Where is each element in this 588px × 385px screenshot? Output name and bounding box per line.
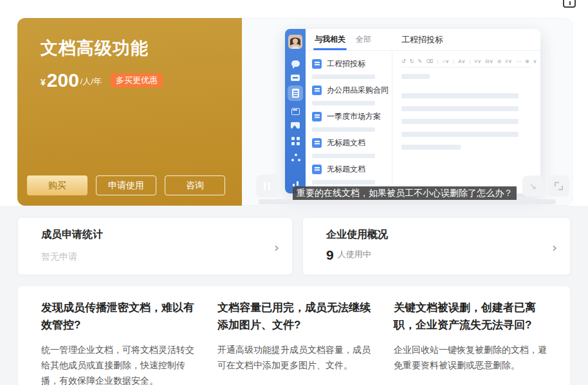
mini-player-icon[interactable]: ↘: [522, 175, 544, 197]
doc-placeholder-bar: [312, 180, 375, 184]
editor-toolbar: ↺↻✎⌫|○∨|A∨|≡∨⊟∨⊘≡∨⋯⊕∨: [401, 56, 531, 67]
user-avatar[interactable]: [288, 35, 302, 49]
app-main: 与我相关 全部 工程招投标 工程招投标办公用品采购合同一季度市场方案无标题文档无…: [306, 29, 540, 193]
editor-content-bar: [401, 93, 519, 98]
requests-card-title: 成员申请统计: [41, 228, 292, 242]
editor-content-bar: [401, 132, 519, 137]
doc-file-icon: [312, 165, 322, 174]
app-sidebar: [285, 29, 306, 193]
promo-title: 文档高级功能: [41, 37, 149, 60]
feature-leak-control: 发现成员传播泄密文档，难以有效管控? 统一管理企业文档，可将文档灵活转交给其他成…: [41, 299, 196, 385]
feature-recycle-bin: 关键文档被误删，创建者已离职，企业资产流失无法寻回? 企业回收站一键恢复被删除的…: [394, 299, 548, 385]
feature-title: 关键文档被误删，创建者已离职，企业资产流失无法寻回?: [394, 299, 548, 334]
divider: |: [437, 58, 438, 64]
doc-title: 无标题文档: [327, 138, 365, 148]
meeting-icon-glyph: [291, 122, 300, 129]
app-body: 工程招投标办公用品采购合同一季度市场方案无标题文档无标题文档 ↺↻✎⌫|○∨|A…: [306, 51, 540, 193]
docs-icon[interactable]: [285, 85, 306, 101]
usage-count-row: 9 人使用中: [326, 248, 570, 262]
doc-row: 无标题文档: [312, 164, 392, 175]
feature-body: 统一管理企业文档，可将文档灵活转交给其他成员或直接删除，快速控制传播，有效保障企…: [41, 342, 196, 385]
currency-symbol: ¥: [41, 77, 46, 90]
calendar-icon[interactable]: [285, 105, 306, 118]
editor-content-bar: [401, 119, 519, 124]
video-progress-bar[interactable]: [259, 199, 556, 204]
usage-count: 9: [326, 248, 334, 262]
member-requests-card[interactable]: 成员申请统计 暂无申请 ›: [17, 217, 293, 275]
docs-icon-selected-bg: [288, 85, 303, 101]
undo-icon[interactable]: ↺: [401, 58, 406, 64]
mail-icon[interactable]: [285, 71, 306, 84]
usage-overview-card[interactable]: 企业使用概况 9 人使用中 ›: [302, 217, 571, 275]
eraser-icon[interactable]: ⌫: [426, 58, 433, 64]
float-window-icon[interactable]: [563, 0, 576, 8]
editor-content-bar: [401, 145, 461, 150]
doc-placeholder-bar: [312, 101, 375, 105]
doc-list-item[interactable]: 工程招投标: [312, 58, 392, 79]
feature-title: 文档容量已用完，成员无法继续添加图片、文件?: [217, 299, 372, 334]
consult-button[interactable]: 咨询: [165, 175, 225, 195]
price-value: 200: [47, 71, 79, 90]
redo-icon[interactable]: ↻: [410, 58, 414, 64]
chat-icon[interactable]: [285, 57, 306, 70]
divider: |: [453, 58, 454, 64]
text-style-icon[interactable]: A∨: [458, 58, 465, 64]
tab-all[interactable]: 全部: [356, 29, 371, 50]
doc-file-icon: [312, 138, 322, 148]
doc-placeholder-bar: [312, 75, 375, 79]
more-icon[interactable]: ⋯: [516, 58, 521, 64]
price-unit: /人/年: [80, 76, 102, 90]
chevron-right-icon[interactable]: ›: [274, 240, 279, 255]
meeting-icon[interactable]: [285, 119, 306, 132]
doc-file-icon: [312, 112, 322, 121]
contacts-icon[interactable]: [285, 150, 306, 163]
doc-title: 无标题文档: [327, 164, 365, 175]
video-player[interactable]: 与我相关 全部 工程招投标 工程招投标办公用品采购合同一季度市场方案无标题文档无…: [242, 18, 573, 206]
calendar-icon-glyph: [291, 108, 300, 115]
workbench-icon[interactable]: [285, 134, 306, 147]
apply-button[interactable]: 申请使用: [96, 175, 156, 195]
indent-icon[interactable]: ≡∨: [505, 58, 512, 64]
doc-row: 工程招投标: [312, 58, 392, 69]
doc-title: 工程招投标: [327, 58, 365, 69]
doc-placeholder-bar: [312, 127, 375, 132]
editor-content-bar: [401, 74, 430, 79]
promo-buttons: 购买 申请使用 咨询: [27, 175, 225, 195]
buy-button[interactable]: 购买: [27, 175, 87, 195]
doc-list-item[interactable]: 无标题文档: [312, 138, 392, 158]
collapse-icon[interactable]: ∨: [533, 58, 537, 64]
doc-list-item[interactable]: 无标题文档: [312, 164, 392, 184]
requests-empty-text: 暂无申请: [41, 251, 292, 263]
doc-title: 办公用品采购合同: [327, 85, 389, 96]
chevron-right-icon[interactable]: ›: [552, 240, 557, 255]
fullscreen-icon[interactable]: [548, 175, 569, 197]
page: 文档高级功能 ¥ 200 /人/年 多买更优惠 购买 申请使用 咨询: [0, 0, 588, 385]
chat-icon-glyph: [291, 60, 300, 67]
doc-list-item[interactable]: 一季度市场方案: [312, 111, 392, 132]
doc-row: 一季度市场方案: [312, 111, 392, 122]
promo-panel: 文档高级功能 ¥ 200 /人/年 多买更优惠 购买 申请使用 咨询: [17, 18, 242, 206]
feature-capacity: 文档容量已用完，成员无法继续添加图片、文件? 开通高级功能提升成员文档容量，成员…: [217, 299, 372, 385]
mail-icon-glyph: [291, 75, 300, 81]
tab-related-to-me[interactable]: 与我相关: [315, 29, 345, 50]
contacts-icon-glyph: [291, 153, 300, 161]
docs-icon-glyph: [292, 89, 299, 98]
bullet-list-icon[interactable]: ≡∨: [475, 58, 482, 64]
editor-doc-title: 工程招投标: [392, 34, 443, 46]
price-row: ¥ 200 /人/年 多买更优惠: [41, 71, 163, 90]
pause-button[interactable]: [256, 175, 279, 197]
doc-file-icon: [312, 59, 322, 69]
format-painter-icon[interactable]: ✎: [418, 58, 422, 64]
search-icon[interactable]: ⊕: [525, 58, 529, 64]
insert-icon[interactable]: ○∨: [443, 58, 450, 64]
features-section: 发现成员传播泄密文档，难以有效管控? 统一管理企业文档，可将文档灵活转交给其他成…: [17, 285, 571, 385]
docs-app-window: 与我相关 全部 工程招投标 工程招投标办公用品采购合同一季度市场方案无标题文档无…: [285, 29, 540, 193]
checklist-icon[interactable]: ⊘: [497, 58, 502, 64]
editor-content: [401, 67, 531, 150]
usage-count-unit: 人使用中: [338, 249, 371, 262]
doc-title: 一季度市场方案: [327, 111, 381, 122]
doc-placeholder-bar: [312, 154, 375, 158]
align-icon[interactable]: ⊟∨: [485, 58, 493, 64]
doc-list-item[interactable]: 办公用品采购合同: [312, 85, 392, 105]
doc-editor: ↺↻✎⌫|○∨|A∨|≡∨⊟∨⊘≡∨⋯⊕∨: [392, 51, 540, 193]
